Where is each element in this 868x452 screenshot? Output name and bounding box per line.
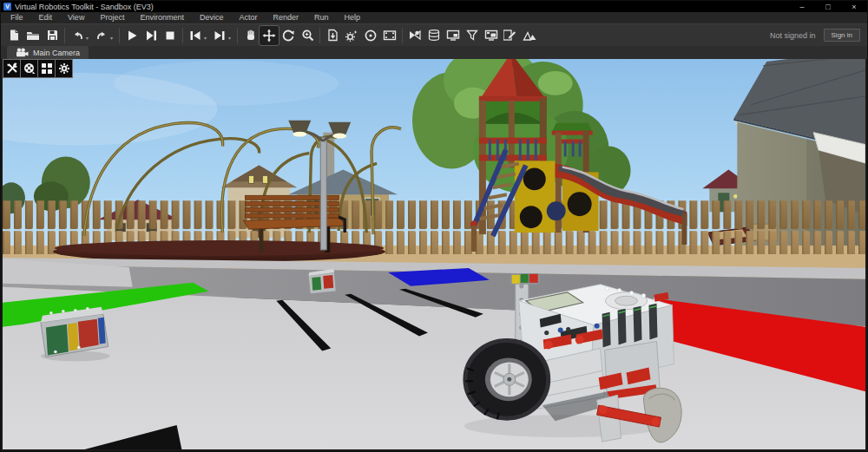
- pan-tool-button[interactable]: [240, 26, 260, 45]
- record-video-button[interactable]: [380, 26, 399, 45]
- simulation-settings-button[interactable]: [342, 26, 361, 45]
- zoom-tool-button[interactable]: [298, 26, 317, 45]
- move-tool-button[interactable]: [260, 26, 279, 45]
- play-to-end-button[interactable]: [141, 26, 161, 45]
- layers-stack-button[interactable]: [424, 26, 444, 45]
- save-icon: [46, 29, 59, 42]
- robot-wheel: [464, 340, 549, 420]
- open-folder-icon: [26, 29, 40, 42]
- funnel-icon: [465, 29, 479, 42]
- jump-to-end-button[interactable]: [210, 26, 229, 45]
- close-button[interactable]: ×: [841, 1, 867, 12]
- app-logo-icon: V: [3, 3, 11, 10]
- color-block-small[interactable]: [308, 269, 336, 294]
- menu-render[interactable]: Render: [265, 12, 306, 23]
- materials-button[interactable]: [405, 26, 424, 45]
- menu-actor[interactable]: Actor: [231, 12, 265, 23]
- play-button[interactable]: [122, 26, 141, 45]
- scene-tools-button[interactable]: [3, 59, 21, 78]
- export-view-icon: [484, 29, 498, 42]
- import-model-button[interactable]: [323, 26, 342, 45]
- globe-disc-icon: [364, 29, 378, 43]
- viewport-layout-icon: [41, 62, 53, 75]
- undo-button[interactable]: [68, 26, 87, 45]
- menu-help[interactable]: Help: [337, 12, 369, 23]
- menu-view[interactable]: View: [60, 12, 92, 23]
- training-mat: [3, 258, 865, 449]
- new-file-button[interactable]: [4, 26, 23, 45]
- sign-in-button[interactable]: Sign in: [824, 29, 860, 42]
- camera-reel-icon: [23, 62, 36, 75]
- layers-stack-icon: [427, 29, 441, 42]
- jump-to-start-icon: [188, 29, 202, 43]
- rotate-icon: [281, 29, 295, 43]
- move-icon: [262, 29, 276, 43]
- viewport-layout-button[interactable]: [37, 59, 56, 78]
- menu-device[interactable]: Device: [192, 12, 232, 23]
- screenshot-icon: [446, 29, 460, 42]
- screenshot-button[interactable]: [444, 26, 463, 45]
- pan-hand-icon: [244, 29, 257, 42]
- toolbar-separator: [182, 28, 183, 43]
- tab-main-camera[interactable]: Main Camera: [7, 46, 89, 59]
- edit-document-icon: [503, 29, 517, 42]
- filter-button[interactable]: [463, 26, 482, 45]
- physics-globe-button[interactable]: [361, 26, 380, 45]
- terrain-button[interactable]: [520, 26, 539, 45]
- rotate-tool-button[interactable]: [279, 26, 298, 45]
- toolbar-separator: [64, 28, 65, 43]
- menu-run[interactable]: Run: [306, 12, 337, 23]
- open-file-button[interactable]: [23, 26, 43, 45]
- toolbar-separator: [402, 28, 403, 43]
- menu-file[interactable]: File: [3, 12, 31, 23]
- redo-icon: [95, 29, 108, 42]
- viewport-overlay-tools: [3, 59, 72, 78]
- menu-edit[interactable]: Edit: [31, 12, 61, 23]
- menu-project[interactable]: Project: [92, 12, 132, 23]
- viewport-frame: [1, 59, 867, 451]
- window-title: Virtual Robotics Toolkit - Sandbox (EV3): [15, 3, 154, 11]
- viewport-settings-button[interactable]: [55, 59, 73, 78]
- play-to-end-icon: [144, 29, 158, 43]
- film-frame-icon: [383, 29, 397, 42]
- edit-scene-button[interactable]: [501, 26, 520, 45]
- color-block-large[interactable]: [41, 307, 110, 362]
- toolbar-separator: [237, 28, 238, 43]
- camera-reel-button[interactable]: [20, 59, 38, 78]
- signin-status: Not signed in: [770, 31, 816, 40]
- new-file-icon: [8, 29, 21, 42]
- undo-icon: [71, 29, 84, 42]
- toolbar-separator: [119, 28, 120, 43]
- viewport-tab-bar: Main Camera: [1, 46, 867, 59]
- toolbar-separator: [319, 28, 320, 43]
- gear-icon: [58, 62, 70, 75]
- export-view-button[interactable]: [482, 26, 501, 45]
- minimize-button[interactable]: –: [789, 1, 815, 12]
- camera-icon: [16, 48, 29, 57]
- import-model-icon: [326, 29, 339, 42]
- stop-icon: [163, 29, 177, 43]
- zoom-magnifier-icon: [301, 29, 314, 42]
- play-icon: [125, 29, 139, 43]
- jump-to-start-button[interactable]: [186, 26, 205, 45]
- stop-button[interactable]: [161, 26, 180, 45]
- save-button[interactable]: [43, 26, 62, 45]
- gear-sparkle-icon: [345, 29, 358, 43]
- tools-icon: [6, 62, 18, 75]
- toolbar: ▾ ▾ ▾ ▾: [1, 23, 867, 46]
- account-area: Not signed in Sign in: [770, 29, 864, 42]
- scene-3d-viewport[interactable]: [3, 59, 865, 449]
- app-window: V Virtual Robotics Toolkit - Sandbox (EV…: [0, 0, 868, 452]
- maximize-button[interactable]: □: [815, 1, 841, 12]
- menu-bar: File Edit View Project Environment Devic…: [1, 12, 867, 23]
- scene-wrap: [3, 59, 865, 449]
- title-bar: V Virtual Robotics Toolkit - Sandbox (EV…: [1, 1, 867, 12]
- jump-to-end-icon: [213, 29, 227, 43]
- tab-label: Main Camera: [33, 49, 80, 57]
- window-controls: – □ ×: [789, 1, 867, 12]
- menu-environment[interactable]: Environment: [132, 12, 192, 23]
- redo-button[interactable]: [92, 26, 111, 45]
- materials-icon: [408, 29, 422, 42]
- terrain-icon: [523, 29, 537, 42]
